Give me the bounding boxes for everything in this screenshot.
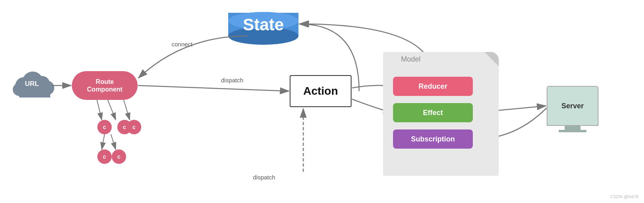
svg-line-15	[108, 100, 116, 120]
child-c-4: c	[97, 149, 112, 164]
diagram: State URL Route Component connect dispat…	[0, 0, 644, 203]
state-label: State	[228, 15, 298, 34]
svg-line-17	[102, 134, 105, 149]
watermark: CSDN @fx67ll	[610, 194, 638, 199]
subscription-box: Subscription	[393, 129, 473, 149]
child-c-5: c	[112, 149, 126, 164]
url-label: URL	[12, 80, 52, 88]
action-box: Action	[290, 75, 352, 107]
reducer-box: Reducer	[393, 77, 473, 96]
route-component: Route Component	[72, 71, 138, 100]
dispatch-label-2: dispatch	[253, 174, 275, 181]
svg-line-14	[97, 100, 102, 120]
svg-rect-22	[565, 126, 581, 130]
svg-line-16	[124, 100, 130, 120]
server-box: Server	[547, 86, 599, 126]
connect-label: connect	[172, 41, 193, 48]
child-c-3: c	[127, 120, 141, 134]
effect-box: Effect	[393, 103, 473, 122]
model-label: Model	[401, 55, 421, 64]
child-c-1: c	[97, 120, 112, 134]
svg-rect-11	[19, 90, 50, 98]
dispatch-label-1: dispatch	[221, 77, 243, 84]
svg-rect-23	[559, 130, 587, 132]
svg-line-18	[111, 134, 116, 149]
svg-line-13	[138, 86, 289, 91]
